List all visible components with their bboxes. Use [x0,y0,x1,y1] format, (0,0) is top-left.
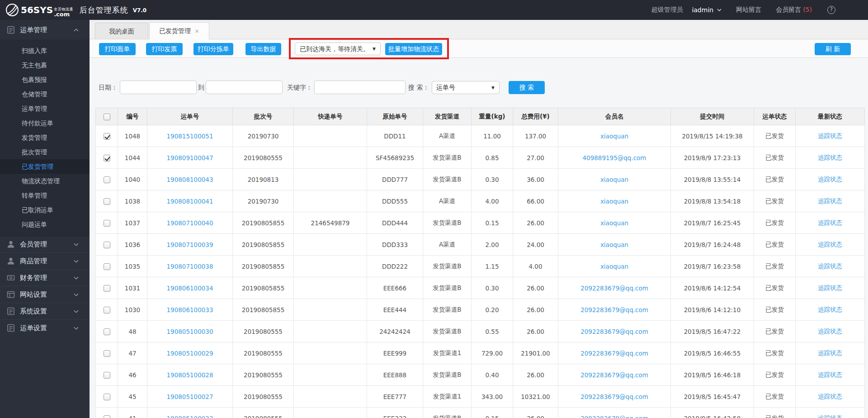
member-link[interactable]: 2092283679@qq.com [580,350,648,357]
sidebar-item[interactable]: 发货管理 [0,130,90,145]
logistics-status-select[interactable]: 已到达海关，等待清关。 ▼ [295,43,381,55]
track-status-link[interactable]: 追踪状态 [818,371,842,378]
member-link[interactable]: 2092283679@qq.com [580,306,648,314]
row-checkbox[interactable] [104,394,110,400]
sidebar-item[interactable]: 包裹预报 [0,72,90,87]
track-status-link[interactable]: 追踪状态 [818,241,842,248]
date-from-input[interactable] [120,81,197,94]
batch-add-status-button[interactable]: 批量增加物流状态 [385,43,442,55]
waybill-link[interactable]: 190807100038 [166,263,213,270]
member-link[interactable]: xiaoquan [600,263,628,270]
track-status-link[interactable]: 追踪状态 [818,414,842,418]
help-icon[interactable]: ? [827,6,835,14]
refresh-button[interactable]: 刷 新 [815,43,851,55]
track-status-link[interactable]: 追踪状态 [818,284,842,291]
waybill-link[interactable]: 190805100027 [166,393,213,400]
row-checkbox[interactable] [104,415,110,418]
sidebar-item[interactable]: 物流状态管理 [0,174,90,188]
waybill-link[interactable]: 190805100029 [166,350,213,357]
waybill-link[interactable]: 190805100028 [166,371,213,379]
track-status-link[interactable]: 追踪状态 [818,154,842,161]
member-link[interactable]: xiaoquan [600,241,628,248]
row-checkbox[interactable] [104,263,110,270]
keyword-input[interactable] [314,81,406,94]
row-checkbox[interactable] [104,285,110,292]
sidebar-item[interactable]: 扫描入库 [0,43,90,58]
track-status-link[interactable]: 追踪状态 [818,219,842,226]
member-link[interactable]: xiaoquan [600,176,628,183]
sidebar-section[interactable]: 商品管理 [0,253,90,269]
waybill-link[interactable]: 190806100033 [166,306,213,314]
search-row: 日期 : 到 关键字 : 搜 索 : 运单号 ▼ 搜 索 [90,81,868,94]
print-invoice-button[interactable]: 打印发票 [146,43,183,55]
track-status-link[interactable]: 追踪状态 [818,328,842,335]
print-label-button[interactable]: 打印面单 [99,43,136,55]
row-checkbox[interactable] [104,242,110,248]
member-link[interactable]: 2092283679@qq.com [580,285,648,292]
date-to-input[interactable] [206,81,283,94]
export-data-button[interactable]: 导出数据 [245,43,281,55]
panel-icon [6,323,15,332]
waybill-link[interactable]: 190808100041 [166,198,213,205]
sidebar-item[interactable]: 已发货管理 [0,159,90,174]
track-status-link[interactable]: 追踪状态 [818,132,842,139]
track-status-link[interactable]: 追踪状态 [818,197,842,204]
member-link[interactable]: xiaoquan [600,198,628,205]
row-checkbox[interactable] [104,198,110,205]
member-link[interactable]: 2092283679@qq.com [580,328,648,335]
row-checkbox[interactable] [104,220,110,227]
member-link[interactable]: xiaoquan [600,219,628,227]
row-checkbox[interactable] [104,133,110,140]
sidebar-item[interactable]: 批次管理 [0,145,90,159]
member-link[interactable]: 2092283679@qq.com [580,371,648,379]
member-link[interactable]: xiaoquan [600,133,628,140]
sidebar-item[interactable]: 无主包裹 [0,58,90,72]
track-status-link[interactable]: 追踪状态 [818,306,842,313]
sidebar-section[interactable]: 会员管理 [0,236,90,252]
tab-my-desktop[interactable]: 我的桌面 [95,23,148,39]
sidebar-item[interactable]: 转单管理 [0,188,90,203]
sidebar-item[interactable]: 仓储管理 [0,87,90,101]
sidebar-section[interactable]: 运单设置 [0,320,90,336]
member-link[interactable]: 2092283679@qq.com [580,415,648,418]
sidebar-item[interactable]: 待付款运单 [0,116,90,130]
waybill-link[interactable]: 190808100043 [166,176,213,183]
track-status-link[interactable]: 追踪状态 [818,176,842,183]
sidebar-section[interactable]: 系统设置 [0,303,90,319]
row-checkbox[interactable] [104,155,110,162]
chevron-down-icon [74,310,79,313]
waybill-link[interactable]: 190806100034 [166,285,213,292]
sidebar-section[interactable]: 财务管理 [0,270,90,286]
select-all-checkbox[interactable] [104,114,110,120]
sidebar-item[interactable]: 问题运单 [0,217,90,232]
sidebar-item[interactable]: 运单管理 [0,101,90,116]
member-link[interactable]: 409889195@qq.com [582,154,646,162]
track-status-link[interactable]: 追踪状态 [818,393,842,400]
sidebar-section-waybill-management[interactable]: 运单管理 [0,20,90,40]
row-checkbox[interactable] [104,350,110,357]
waybill-link[interactable]: 190807100039 [166,241,213,248]
track-status-link[interactable]: 追踪状态 [818,349,842,356]
search-button[interactable]: 搜 索 [509,81,545,94]
site-messages-link[interactable]: 网站留言 [736,6,761,14]
member-messages-link[interactable]: 会员留言(5) [776,6,812,14]
waybill-link[interactable]: 190807100040 [166,219,213,227]
close-icon[interactable]: × [194,28,199,34]
waybill-link[interactable]: 190815100051 [166,133,213,140]
print-sorting-button[interactable]: 打印分拣单 [193,43,233,55]
row-checkbox[interactable] [104,328,110,335]
waybill-link[interactable]: 190805100030 [166,328,213,335]
sidebar-item[interactable]: 已取消运单 [0,203,90,217]
member-link[interactable]: 2092283679@qq.com [580,393,648,400]
row-checkbox[interactable] [104,176,110,183]
table-row: 471908051000292019080555EEE999发货渠道1729.0… [96,342,865,364]
row-checkbox[interactable] [104,372,110,379]
tab-shipped-management[interactable]: 已发货管理× [149,22,209,39]
search-type-select[interactable]: 运单号 ▼ [432,81,500,94]
row-checkbox[interactable] [104,307,110,314]
waybill-link[interactable]: 190805100023 [166,415,213,418]
track-status-link[interactable]: 追踪状态 [818,262,842,270]
waybill-link[interactable]: 190809100047 [166,154,213,162]
user-menu[interactable]: iadmin [692,6,722,14]
sidebar-section[interactable]: 网站设置 [0,286,90,303]
